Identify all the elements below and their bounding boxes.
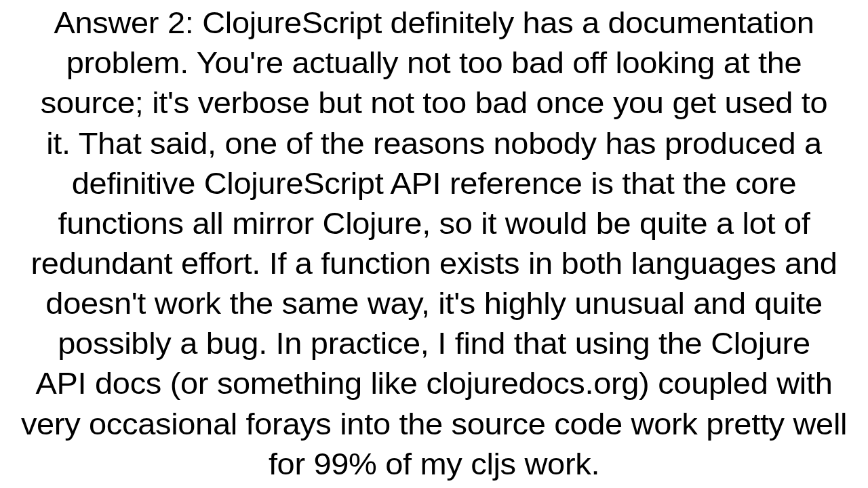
answer-body-text: Answer 2: ClojureScript definitely has a… (21, 3, 847, 485)
document-viewport: Answer 2: ClojureScript definitely has a… (0, 0, 868, 488)
